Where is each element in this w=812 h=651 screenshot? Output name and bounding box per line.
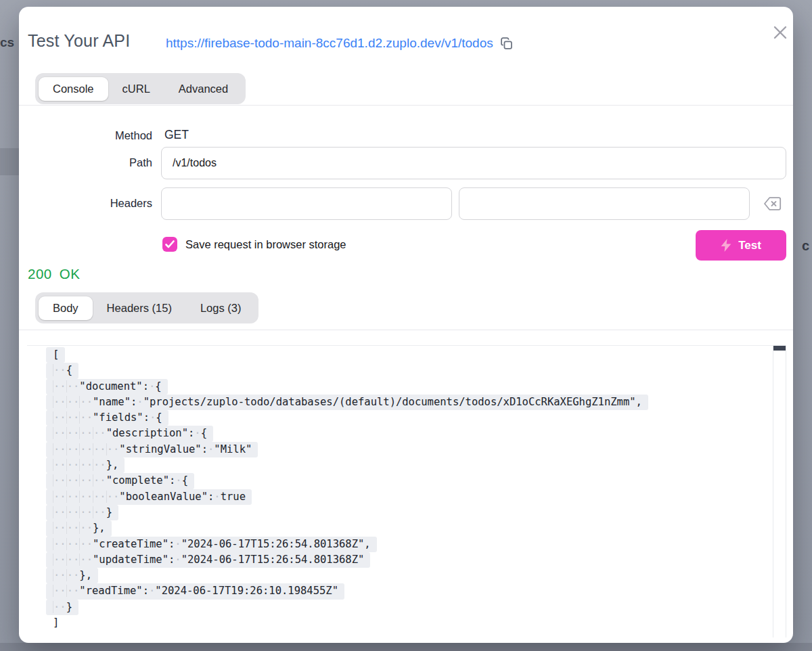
path-input[interactable] [161,147,786,179]
divider [19,330,793,330]
code-line: ····"document":·{ [27,379,786,395]
clear-header-icon[interactable] [761,194,784,213]
test-button[interactable]: Test [696,230,786,261]
scrollbar-thumb[interactable] [773,346,786,351]
code-line: ··········"stringValue":·"Milk" [27,442,786,457]
method-label: Method [19,129,152,142]
code-line: ······"fields":·{ [27,410,786,426]
tab-console[interactable]: Console [39,77,108,101]
code-line: ······"name":·"projects/zuplo-todo/datab… [27,395,786,410]
method-value[interactable]: GET [164,128,189,142]
code-line: ······"updateTime":·"2024-06-17T15:26:54… [27,552,786,568]
code-line: ····}, [27,568,786,583]
api-url-link[interactable]: https://firebase-todo-main-8cc76d1.d2.zu… [166,36,493,51]
backdrop-partial-text-left: cs [0,35,18,50]
code-line: ] [27,615,786,631]
code-line: ········}, [27,457,786,473]
code-line: [ [27,347,786,363]
tab-headers-15[interactable]: Headers (15) [93,296,186,320]
code-line: ··········"booleanValue":·true [27,489,786,505]
code-line: ······}, [27,520,786,536]
status-text: OK [60,266,81,282]
tab-body[interactable]: Body [39,296,93,320]
code-line: ········"description":·{ [27,426,786,441]
backdrop-bottom-strip [0,643,812,651]
request-tab-group: ConsolecURLAdvanced [35,73,246,104]
tab-logs-3[interactable]: Logs (3) [186,296,256,320]
editor-scrollbar[interactable] [773,346,786,637]
test-button-label: Test [738,239,761,252]
modal-title: Test Your API [28,31,130,51]
header-value-input[interactable] [459,187,750,220]
headers-label: Headers [19,197,152,210]
tab-advanced[interactable]: Advanced [164,77,242,101]
divider [19,105,793,106]
test-api-modal: Test Your API https://firebase-todo-main… [19,7,793,643]
api-url-row: https://firebase-todo-main-8cc76d1.d2.zu… [166,35,514,51]
response-body-json: [··{····"document":·{······"name":·"proj… [27,347,786,631]
lightning-bolt-icon [721,239,731,252]
close-icon[interactable] [769,21,792,44]
save-request-row: Save request in browser storage [162,237,346,252]
response-tab-group: BodyHeaders (15)Logs (3) [35,292,258,323]
header-key-input[interactable] [161,187,452,220]
code-line: ····"readTime":·"2024-06-17T19:26:10.198… [27,583,786,599]
code-line: ······"createTime":·"2024-06-17T15:26:54… [27,537,786,552]
save-request-label: Save request in browser storage [185,238,346,251]
status-code: 200 [28,266,52,282]
response-status: 200 OK [28,266,80,282]
copy-icon[interactable] [499,37,514,51]
code-line: ········"complete":·{ [27,473,786,489]
tab-curl[interactable]: cURL [108,77,164,101]
save-request-checkbox[interactable] [162,237,177,252]
code-line: ··} [27,600,786,615]
backdrop-element [0,148,19,175]
path-label: Path [19,156,152,169]
response-body-editor[interactable]: [··{····"document":·{······"name":·"proj… [27,345,786,637]
code-line: ··{ [27,363,786,378]
code-line: ········} [27,505,786,520]
backdrop-partial-text-right: c [802,238,809,254]
